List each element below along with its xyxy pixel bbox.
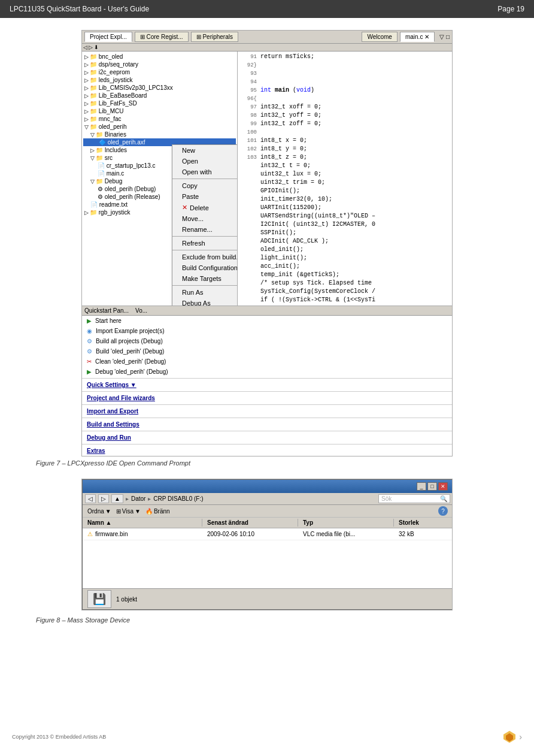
help-button[interactable]: ? <box>438 506 448 516</box>
footer-nav-arrow[interactable]: › <box>519 732 522 742</box>
quickstart-import[interactable]: ◉ Import Example project(s) <box>82 326 452 336</box>
search-bar[interactable]: Sök 🔍 <box>378 494 450 503</box>
path-separator: ▸ <box>126 495 129 502</box>
menu-make-targets[interactable]: Make Targets ▶ <box>172 273 238 284</box>
tree-item[interactable]: ▷📁 Lib_CMSISv2p30_LPC13xx <box>83 84 236 92</box>
menu-debug-as[interactable]: Debug As ▶ <box>172 298 238 306</box>
code-line: SysTick_Config(SystemCoreClock / <box>240 288 450 296</box>
menu-build-configurations[interactable]: Build Configurations ▶ <box>172 262 238 273</box>
tab-controls[interactable]: ▽ □ <box>439 34 450 40</box>
build-oled-icon: ⚙ <box>87 348 92 355</box>
menu-rename[interactable]: Rename... F2 <box>172 224 238 235</box>
search-icon[interactable]: 🔍 <box>440 495 447 502</box>
code-line: 96{ <box>240 95 450 103</box>
col-type[interactable]: Typ <box>298 519 394 527</box>
section-quick-settings[interactable]: Quick Settings ▼ <box>82 380 452 390</box>
ide-nav-bar: ◁ ▷ ⬇ <box>82 44 452 52</box>
code-line: UARTSendString((uint8_t*)"OLED – <box>240 212 450 220</box>
ide-screenshot: Project Expl... ⊞ Core Regist... ⊞ Perip… <box>81 30 453 456</box>
up-button[interactable]: ▲ <box>111 494 123 503</box>
col-size[interactable]: Storlek <box>394 519 442 527</box>
code-line: acc_init(); <box>240 262 450 271</box>
tab-main-c[interactable]: main.c ✕ <box>400 32 435 42</box>
tab-welcome[interactable]: Welcome <box>362 32 398 42</box>
quickstart-header: Quickstart Pan... Vo... <box>82 306 452 316</box>
search-placeholder: Sök <box>381 495 392 502</box>
tree-item[interactable]: ▽📁 Binaries <box>83 131 236 138</box>
menu-open[interactable]: Open <box>172 156 238 167</box>
code-line: int32_t t = 0; <box>240 162 450 170</box>
menu-brann[interactable]: 🔥 Bränn <box>145 506 170 516</box>
separator <box>82 391 452 392</box>
menu-paste[interactable]: Paste Ctrl+V <box>172 191 238 202</box>
section-import-export[interactable]: Import and Export <box>82 406 452 416</box>
menu-separator <box>172 179 238 179</box>
path-sep2: ▸ <box>148 495 151 502</box>
fe-nav-toolbar: ◁ ▷ ▲ ▸ Dator ▸ CRP DISABL0 (F:) Sök 🔍 <box>83 493 453 505</box>
quickstart-build-oled[interactable]: ⚙ Build 'oled_perih' (Debug) <box>82 346 452 356</box>
code-line: if ( !(SysTick->CTRL & (1<<SysTi <box>240 296 450 304</box>
file-icon: ⚠ firmware.bin <box>83 530 202 538</box>
tree-item[interactable]: ▷📁 bnc_oled <box>83 53 236 61</box>
menu-open-with[interactable]: Open with ▶ <box>172 167 238 177</box>
close-button[interactable]: ✕ <box>438 482 448 491</box>
tree-item[interactable]: ▷📁 Lib_EaBaseBoard <box>83 92 236 99</box>
tree-item[interactable]: ▽📁 oled_perih <box>83 123 236 131</box>
menu-visa[interactable]: ⊞ Visa ▼ <box>116 506 141 516</box>
quickstart-clean[interactable]: ✂ Clean 'oled_perih' (Debug) <box>82 356 452 367</box>
menu-move[interactable]: Move... <box>172 213 238 224</box>
debug-icon: ▶ <box>87 368 92 375</box>
back-button[interactable]: ◁ <box>85 494 96 503</box>
separator <box>82 444 452 444</box>
file-name: firmware.bin <box>95 531 128 537</box>
col-name[interactable]: Namn ▲ <box>83 519 202 527</box>
quickstart-panel: Quickstart Pan... Vo... ▶ Start here ◉ I… <box>82 306 452 456</box>
file-explorer-screenshot: _ □ ✕ ◁ ▷ ▲ ▸ Dator ▸ CRP DISABL0 (F:) S… <box>81 479 453 610</box>
tab-project-explorer[interactable]: Project Expl... <box>84 32 132 42</box>
maximize-button[interactable]: □ <box>427 482 437 491</box>
code-editor[interactable]: 91 return msTicks; 92} 93 94 95int main … <box>238 52 452 306</box>
tree-item[interactable]: ▷📁 i2c_eeprom <box>83 68 236 76</box>
file-row-firmware[interactable]: ⚠ firmware.bin 2009-02-06 10:10 VLC medi… <box>83 528 453 540</box>
menu-run-as[interactable]: Run As ▶ <box>172 287 238 298</box>
tree-item[interactable]: ▷📁 Lib_FatFs_SD <box>83 99 236 107</box>
menu-delete[interactable]: ✕ Delete Delete <box>172 202 238 213</box>
forward-button[interactable]: ▷ <box>98 494 109 503</box>
menu-refresh[interactable]: Refresh F5 <box>172 238 238 249</box>
tree-item[interactable]: ▷📁 mnc_fac <box>83 115 236 123</box>
code-line: 101 int8_t x = 0; <box>240 137 450 145</box>
code-line: 102 int8_t y = 0; <box>240 145 450 153</box>
figure2-caption: Figure 8 – Mass Storage Device <box>36 616 498 624</box>
quickstart-debug[interactable]: ▶ Debug 'oled_perih' (Debug) <box>82 367 452 377</box>
minimize-button[interactable]: _ <box>417 482 426 491</box>
code-line: temp_init (&getTickS); <box>240 271 450 279</box>
import-icon: ◉ <box>87 328 92 334</box>
menu-exclude-from-build[interactable]: Exclude from build... <box>172 252 238 262</box>
menu-separator <box>172 236 238 237</box>
menu-separator <box>172 250 238 250</box>
footer-copyright: Copyright 2013 © Embedded Artists AB <box>12 734 106 740</box>
tree-item[interactable]: ▷📁 Lib_MCU <box>83 107 236 115</box>
fe-column-headers: Namn ▲ Senast ändrad Typ Storlek <box>83 518 453 528</box>
menu-new[interactable]: New ▶ <box>172 145 238 156</box>
tab-peripherals[interactable]: ⊞ Peripherals <box>191 32 238 42</box>
quickstart-start-here[interactable]: ▶ Start here <box>82 316 452 326</box>
code-line: SSPInit(); <box>240 229 450 237</box>
section-debug-run[interactable]: Debug and Run <box>82 433 452 443</box>
main-content: Project Expl... ⊞ Core Regist... ⊞ Perip… <box>0 18 534 648</box>
code-line: light_init(); <box>240 254 450 262</box>
tab-core-registers[interactable]: ⊞ Core Regist... <box>135 32 189 42</box>
section-project-file-wizards[interactable]: Project and File wizards <box>82 393 452 403</box>
quickstart-build-all[interactable]: ⚙ Build all projects (Debug) <box>82 336 452 346</box>
chevron-icon: ▼ <box>105 508 111 515</box>
start-icon: ▶ <box>87 317 92 324</box>
ide-titlebar: Project Expl... ⊞ Core Regist... ⊞ Perip… <box>82 31 452 44</box>
tree-item[interactable]: ▷📁 dsp/seq_rotary <box>83 61 236 68</box>
section-extras[interactable]: Extras <box>82 446 452 456</box>
menu-ordna[interactable]: Ordna ▼ <box>87 506 111 516</box>
burn-icon: 🔥 <box>145 508 153 515</box>
tree-item[interactable]: ▷📁 leds_joystick <box>83 76 236 84</box>
col-modified[interactable]: Senast ändrad <box>202 519 298 527</box>
menu-copy[interactable]: Copy Ctrl+C <box>172 180 238 191</box>
section-build-settings[interactable]: Build and Settings <box>82 419 452 430</box>
